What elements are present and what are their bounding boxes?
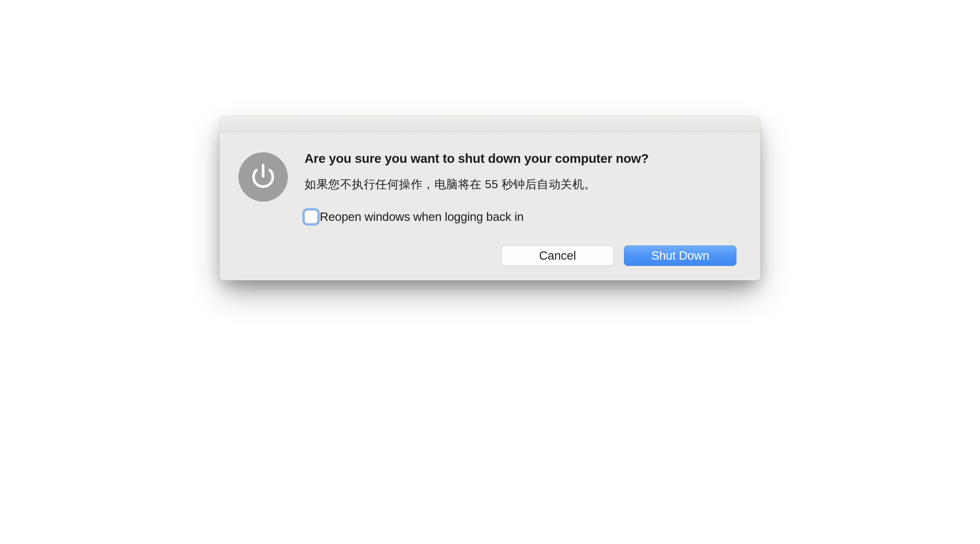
- reopen-windows-checkbox[interactable]: [304, 210, 318, 224]
- dialog-content: Are you sure you want to shut down your …: [304, 150, 739, 266]
- dialog-heading: Are you sure you want to shut down your …: [304, 150, 739, 167]
- reopen-windows-row[interactable]: Reopen windows when logging back in: [304, 210, 739, 224]
- dialog-body: Are you sure you want to shut down your …: [220, 132, 760, 280]
- power-icon: [239, 152, 288, 201]
- shut-down-button[interactable]: Shut Down: [624, 246, 737, 266]
- shutdown-dialog: Are you sure you want to shut down your …: [220, 116, 760, 280]
- dialog-subtext: 如果您不执行任何操作，电脑将在 55 秒钟后自动关机。: [304, 176, 739, 193]
- cancel-button[interactable]: Cancel: [501, 246, 614, 266]
- reopen-windows-label: Reopen windows when logging back in: [320, 210, 524, 224]
- dialog-button-row: Cancel Shut Down: [304, 246, 739, 266]
- dialog-icon-column: [239, 150, 304, 201]
- dialog-titlebar[interactable]: [220, 116, 760, 132]
